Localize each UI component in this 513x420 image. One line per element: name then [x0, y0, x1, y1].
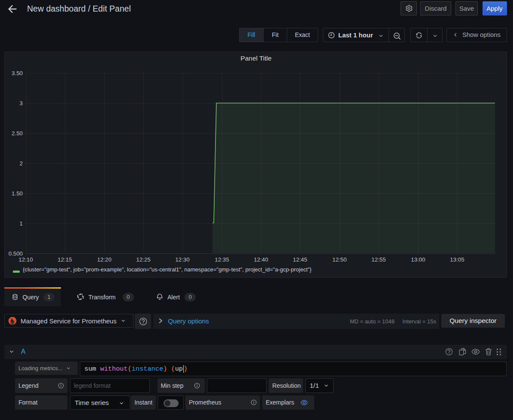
- svg-text:13:05: 13:05: [450, 256, 464, 263]
- svg-text:12:45: 12:45: [293, 256, 307, 263]
- svg-text:1.50: 1.50: [12, 190, 23, 197]
- svg-text:2.50: 2.50: [12, 130, 23, 137]
- svg-text:12:25: 12:25: [136, 256, 150, 263]
- svg-text:0.500: 0.500: [9, 250, 23, 257]
- svg-text:12:55: 12:55: [371, 256, 386, 263]
- svg-text:12:50: 12:50: [332, 256, 346, 263]
- svg-text:3: 3: [20, 100, 23, 107]
- svg-text:13:00: 13:00: [411, 256, 425, 263]
- svg-text:1: 1: [20, 220, 23, 227]
- svg-text:3.50: 3.50: [12, 70, 23, 76]
- svg-text:12:15: 12:15: [58, 256, 72, 263]
- svg-text:12:30: 12:30: [175, 256, 189, 263]
- svg-text:2: 2: [20, 160, 23, 167]
- svg-text:12:10: 12:10: [18, 256, 33, 263]
- svg-text:12:35: 12:35: [215, 256, 229, 263]
- svg-text:12:40: 12:40: [254, 256, 268, 263]
- svg-text:12:20: 12:20: [97, 256, 111, 263]
